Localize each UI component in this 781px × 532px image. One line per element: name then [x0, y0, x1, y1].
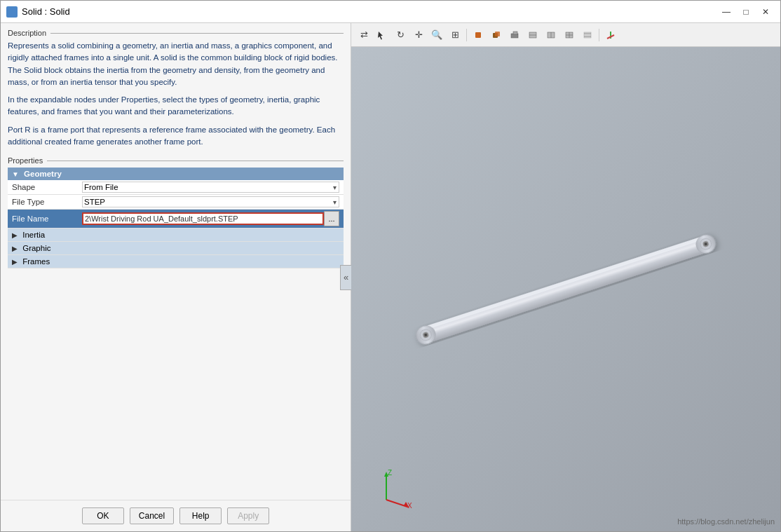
- svg-rect-4: [513, 32, 517, 34]
- tb-btn-view2[interactable]: [488, 27, 505, 43]
- file-browse-button[interactable]: ...: [324, 211, 339, 226]
- inertia-expand-icon: ▶: [12, 231, 18, 239]
- toolbar-3d: ⇄ ↻ ✛ 🔍 ⊞: [351, 23, 780, 47]
- description-para-1: Represents a solid combining a geometry,…: [8, 40, 344, 88]
- title-bar: Solid : Solid — □ ✕: [1, 1, 780, 23]
- frames-group-row[interactable]: ▶ Frames: [8, 255, 344, 268]
- svg-rect-18: [423, 236, 705, 330]
- tb-btn-view1[interactable]: [470, 27, 487, 43]
- svg-rect-12: [584, 32, 591, 38]
- file-type-label: File Type: [8, 195, 78, 210]
- file-name-row: File Name ...: [8, 210, 344, 229]
- svg-rect-17: [423, 236, 709, 343]
- svg-text:X: X: [407, 502, 412, 510]
- svg-rect-2: [495, 32, 500, 36]
- toolbar-separator-2: [599, 29, 599, 41]
- tb-btn-axes[interactable]: [602, 27, 619, 43]
- main-content: Description Represents a solid combining…: [1, 23, 780, 531]
- window-title: Solid : Solid: [22, 6, 70, 17]
- shape-value-cell: From File Box Cylinder Sphere: [78, 180, 344, 195]
- axes-indicator: Z X: [372, 468, 414, 510]
- file-type-select-wrapper: STEP STL OBJ: [82, 196, 339, 207]
- watermark: https://blog.csdn.net/zhelijun: [677, 517, 775, 526]
- shape-select-wrapper: From File Box Cylinder Sphere: [82, 182, 339, 193]
- description-para-3: Port R is a frame port that represents a…: [8, 124, 344, 149]
- tb-btn-rotate[interactable]: ↻: [392, 27, 409, 43]
- svg-line-30: [386, 500, 407, 507]
- file-name-input-row: ...: [82, 211, 339, 226]
- file-name-value-cell: ...: [78, 210, 344, 229]
- tb-btn-view7[interactable]: [579, 27, 596, 43]
- description-para-2: In the expandable nodes under Properties…: [8, 94, 344, 118]
- tb-btn-view4[interactable]: [524, 27, 541, 43]
- properties-header: Properties: [8, 156, 351, 165]
- geometry-label: Geometry: [24, 170, 62, 178]
- graphic-expand-icon: ▶: [12, 245, 18, 252]
- description-text: Represents a solid combining a geometry,…: [8, 40, 344, 148]
- file-type-value-cell: STEP STL OBJ: [78, 195, 344, 210]
- shape-row: Shape From File Box Cylinder Sphere: [8, 180, 344, 195]
- collapse-button[interactable]: «: [340, 265, 351, 290]
- tb-btn-view5[interactable]: [543, 27, 559, 43]
- solid-icon: [6, 6, 18, 18]
- rod-3d-model: [390, 184, 741, 395]
- frames-label: Frames: [22, 257, 50, 266]
- help-button[interactable]: Help: [179, 507, 222, 524]
- geometry-group-row[interactable]: ▼ Geometry: [8, 168, 344, 180]
- tb-btn-pan[interactable]: ✛: [410, 27, 427, 43]
- minimize-button[interactable]: —: [717, 4, 735, 20]
- svg-text:Z: Z: [388, 469, 392, 477]
- toolbar-separator-1: [466, 29, 467, 41]
- tb-btn-select[interactable]: [374, 27, 390, 43]
- geometry-expand-icon: ▼: [12, 170, 19, 178]
- graphic-label: Graphic: [22, 244, 50, 252]
- right-panel: « ⇄ ↻ ✛ 🔍 ⊞: [351, 23, 780, 531]
- file-name-label: File Name: [8, 210, 78, 229]
- apply-button[interactable]: Apply: [227, 507, 269, 524]
- tb-btn-view3[interactable]: [506, 27, 523, 43]
- maximize-button[interactable]: □: [737, 4, 755, 20]
- left-panel: Description Represents a solid combining…: [1, 23, 351, 531]
- graphic-group-row[interactable]: ▶ Graphic: [8, 242, 344, 255]
- spacer: [1, 268, 351, 500]
- file-type-select[interactable]: STEP STL OBJ: [82, 196, 339, 207]
- svg-rect-0: [475, 32, 481, 38]
- title-bar-left: Solid : Solid: [6, 6, 70, 18]
- properties-table: ▼ Geometry Shape From File Box Cylinder: [8, 168, 344, 268]
- inertia-group-row[interactable]: ▶ Inertia: [8, 229, 344, 242]
- main-window: Solid : Solid — □ ✕ Description Represen…: [0, 0, 781, 532]
- button-bar: OK Cancel Help Apply: [1, 500, 351, 531]
- inertia-label: Inertia: [22, 231, 45, 239]
- tb-btn-refresh[interactable]: ⇄: [355, 27, 372, 43]
- description-section: Description Represents a solid combining…: [1, 23, 351, 152]
- tb-btn-zoom[interactable]: 🔍: [428, 27, 445, 43]
- shape-label: Shape: [8, 180, 78, 195]
- close-button[interactable]: ✕: [756, 4, 775, 20]
- description-header: Description: [8, 29, 344, 37]
- tb-btn-zoom-box[interactable]: ⊞: [447, 27, 463, 43]
- tb-btn-view6[interactable]: [561, 27, 578, 43]
- cancel-button[interactable]: Cancel: [130, 507, 174, 524]
- frames-expand-icon: ▶: [12, 258, 18, 266]
- file-name-input[interactable]: [82, 212, 324, 225]
- file-type-row: File Type STEP STL OBJ: [8, 195, 344, 210]
- shape-select[interactable]: From File Box Cylinder Sphere: [82, 182, 339, 193]
- viewport: Z X https://blog.csdn.net/zhelijun: [351, 47, 780, 531]
- properties-section: Properties ▼ Geometry Shape: [1, 152, 351, 268]
- ok-button[interactable]: OK: [82, 507, 124, 524]
- title-controls: — □ ✕: [717, 4, 775, 20]
